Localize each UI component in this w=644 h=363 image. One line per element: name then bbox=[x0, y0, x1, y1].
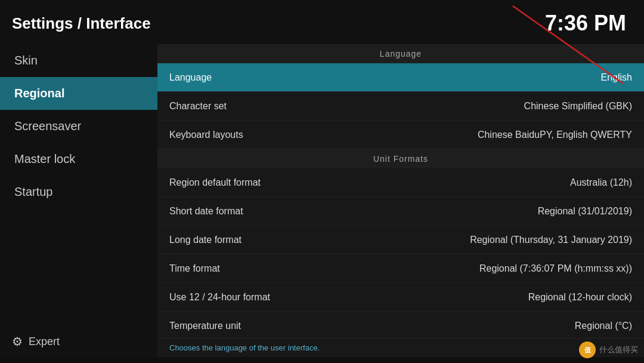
watermark-text: 什么值得买 bbox=[599, 344, 638, 355]
settings-value-character-set: Chinese Simplified (GBK) bbox=[524, 101, 632, 112]
settings-label-character-set: Character set bbox=[169, 101, 227, 112]
gear-icon: ⚙ bbox=[12, 334, 23, 349]
watermark-badge: 值 bbox=[579, 342, 596, 358]
sidebar-item-regional[interactable]: Regional bbox=[0, 77, 157, 110]
settings-value-use-12-24-hour: Regional (12-hour clock) bbox=[528, 292, 632, 303]
settings-row-time-format[interactable]: Time format Regional (7:36:07 PM (h:mm:s… bbox=[157, 254, 644, 283]
sidebar: Skin Regional Screensaver Master lock St… bbox=[0, 44, 157, 357]
settings-label-region-default-format: Region default format bbox=[169, 177, 261, 188]
sidebar-item-skin[interactable]: Skin bbox=[0, 44, 157, 77]
clock: 7:36 PM bbox=[545, 11, 626, 36]
watermark: 值 什么值得买 bbox=[579, 342, 638, 358]
settings-value-long-date-format: Regional (Thursday, 31 January 2019) bbox=[470, 235, 632, 245]
settings-row-long-date-format[interactable]: Long date format Regional (Thursday, 31 … bbox=[157, 226, 644, 254]
settings-row-language[interactable]: Language English bbox=[157, 63, 644, 92]
main-layout: Skin Regional Screensaver Master lock St… bbox=[0, 44, 644, 357]
settings-label-time-format: Time format bbox=[169, 263, 220, 274]
settings-label-short-date-format: Short date format bbox=[169, 206, 243, 217]
expert-label: Expert bbox=[29, 336, 60, 348]
settings-label-language: Language bbox=[169, 72, 212, 83]
section-header-unit-formats: Unit Formats bbox=[157, 149, 644, 168]
expert-button[interactable]: ⚙ Expert bbox=[0, 326, 157, 357]
sidebar-item-master-lock[interactable]: Master lock bbox=[0, 143, 157, 176]
content-area: Language Language English Character set … bbox=[157, 44, 644, 357]
status-bar: Chooses the language of the user interfa… bbox=[157, 338, 644, 357]
settings-label-use-12-24-hour: Use 12 / 24-hour format bbox=[169, 292, 270, 303]
sidebar-item-startup[interactable]: Startup bbox=[0, 176, 157, 208]
settings-row-character-set[interactable]: Character set Chinese Simplified (GBK) bbox=[157, 92, 644, 121]
sidebar-item-screensaver[interactable]: Screensaver bbox=[0, 110, 157, 143]
settings-row-short-date-format[interactable]: Short date format Regional (31/01/2019) bbox=[157, 197, 644, 226]
settings-list: Language Language English Character set … bbox=[157, 44, 644, 338]
settings-value-region-default-format: Australia (12h) bbox=[570, 177, 632, 188]
settings-value-short-date-format: Regional (31/01/2019) bbox=[538, 206, 632, 217]
section-header-language: Language bbox=[157, 44, 644, 63]
settings-label-temperature-unit: Temperature unit bbox=[169, 321, 241, 331]
settings-row-temperature-unit[interactable]: Temperature unit Regional (°C) bbox=[157, 312, 644, 338]
page-title: Settings / Interface bbox=[12, 14, 151, 33]
sidebar-spacer bbox=[0, 208, 157, 326]
settings-value-temperature-unit: Regional (°C) bbox=[575, 321, 632, 331]
status-text: Chooses the language of the user interfa… bbox=[169, 343, 320, 352]
settings-label-long-date-format: Long date format bbox=[169, 235, 242, 245]
header: Settings / Interface 7:36 PM bbox=[0, 0, 644, 44]
settings-label-keyboard-layouts: Keyboard layouts bbox=[169, 130, 243, 140]
settings-row-region-default-format[interactable]: Region default format Australia (12h) bbox=[157, 168, 644, 197]
settings-value-time-format: Regional (7:36:07 PM (h:mm:ss xx)) bbox=[479, 263, 632, 274]
settings-value-language: English bbox=[601, 72, 632, 83]
settings-value-keyboard-layouts: Chinese BaiduPY, English QWERTY bbox=[478, 130, 632, 140]
settings-row-keyboard-layouts[interactable]: Keyboard layouts Chinese BaiduPY, Englis… bbox=[157, 121, 644, 149]
settings-row-use-12-24-hour[interactable]: Use 12 / 24-hour format Regional (12-hou… bbox=[157, 283, 644, 312]
